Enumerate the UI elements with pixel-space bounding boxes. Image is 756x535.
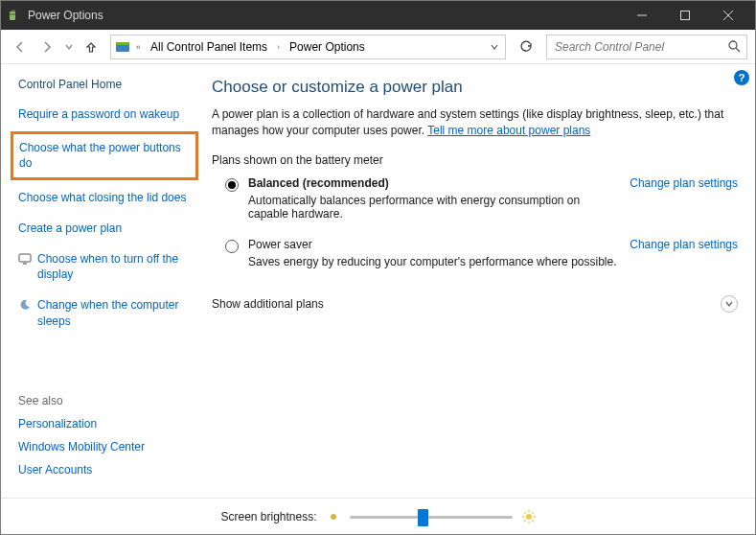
sidebar: Control Panel Home Require a password on… — [1, 64, 202, 498]
sidebar-link-create-plan[interactable]: Create a power plan — [18, 221, 193, 236]
plan-power-saver: Power saver Saves energy by reducing you… — [225, 238, 738, 282]
intro-text: A power plan is a collection of hardware… — [212, 106, 738, 140]
plan-power-saver-change-link[interactable]: Change plan settings — [630, 238, 738, 251]
see-also-heading: See also — [18, 394, 193, 407]
svg-point-15 — [526, 514, 532, 520]
see-also-personalization[interactable]: Personalization — [18, 417, 193, 430]
sidebar-link-closing-lid[interactable]: Choose what closing the lid does — [18, 190, 193, 205]
breadcrumb-dropdown[interactable] — [484, 35, 501, 58]
back-button[interactable] — [9, 35, 32, 58]
plan-balanced-name: Balanced (recommended) — [248, 176, 618, 190]
show-additional-plans-label: Show additional plans — [212, 297, 324, 311]
power-options-window: Power Options « All Contr — [0, 0, 756, 535]
title-bar: Power Options — [1, 1, 755, 30]
svg-rect-3 — [10, 13, 15, 15]
brightness-label: Screen brightness: — [220, 510, 316, 523]
plan-power-saver-radio[interactable] — [225, 240, 239, 253]
maximize-button[interactable] — [663, 1, 706, 30]
tell-me-more-link[interactable]: Tell me more about power plans — [427, 124, 590, 137]
see-also-mobility-center[interactable]: Windows Mobility Center — [18, 440, 193, 454]
forward-button[interactable] — [35, 35, 58, 58]
svg-line-21 — [532, 520, 534, 522]
svg-rect-0 — [10, 12, 15, 20]
sidebar-link-require-password[interactable]: Require a password on wakeup — [18, 106, 193, 122]
svg-rect-1 — [12, 10, 13, 12]
power-options-icon — [7, 8, 22, 23]
plan-power-saver-name: Power saver — [248, 238, 618, 251]
svg-point-10 — [729, 41, 737, 49]
sidebar-link-power-buttons[interactable]: Choose what the power buttons do — [19, 140, 190, 171]
display-icon — [18, 252, 32, 266]
breadcrumb-item-all-items[interactable]: All Control Panel Items — [147, 38, 271, 56]
svg-line-11 — [736, 48, 740, 52]
plan-balanced-change-link[interactable]: Change plan settings — [630, 176, 738, 190]
brightness-footer: Screen brightness: — [1, 498, 755, 534]
svg-line-20 — [524, 512, 526, 514]
window-title: Power Options — [28, 9, 103, 22]
sidebar-link-sleep[interactable]: Change when the computer sleeps — [18, 297, 193, 328]
help-button[interactable]: ? — [734, 70, 749, 85]
svg-line-23 — [524, 520, 526, 522]
search-box[interactable] — [546, 35, 747, 59]
navigation-bar: « All Control Panel Items › Power Option… — [1, 30, 755, 64]
brightness-slider-thumb[interactable] — [418, 509, 428, 526]
page-title: Choose or customize a power plan — [212, 78, 738, 97]
search-input[interactable] — [553, 39, 728, 55]
sun-dim-icon — [327, 510, 340, 523]
control-panel-icon — [115, 39, 130, 55]
content-area: Control Panel Home Require a password on… — [1, 64, 755, 498]
plan-balanced-radio[interactable] — [225, 178, 239, 192]
plan-power-saver-desc: Saves energy by reducing your computer's… — [248, 255, 618, 268]
svg-rect-9 — [116, 42, 129, 45]
close-button[interactable] — [706, 1, 749, 30]
sidebar-link-turn-off-display[interactable]: Choose when to turn off the display — [18, 251, 193, 282]
plan-balanced-desc: Automatically balances performance with … — [248, 194, 618, 221]
moon-icon — [18, 298, 32, 312]
up-button[interactable] — [80, 35, 103, 58]
svg-line-22 — [532, 512, 534, 514]
recent-locations-button[interactable] — [62, 35, 76, 58]
svg-rect-5 — [680, 12, 689, 20]
plan-balanced: Balanced (recommended) Automatically bal… — [225, 176, 738, 234]
sun-bright-icon — [522, 510, 536, 523]
chevron-down-icon[interactable] — [721, 295, 738, 313]
chevron-right-icon: › — [275, 42, 282, 52]
show-additional-plans-row[interactable]: Show additional plans — [212, 295, 738, 313]
see-also-user-accounts[interactable]: User Accounts — [18, 463, 193, 477]
main-panel: ? Choose or customize a power plan A pow… — [202, 64, 755, 498]
brightness-slider[interactable] — [350, 508, 513, 525]
highlighted-sidebar-item: Choose what the power buttons do — [11, 131, 198, 179]
breadcrumb[interactable]: « All Control Panel Items › Power Option… — [110, 35, 506, 59]
breadcrumb-item-power-options[interactable]: Power Options — [286, 38, 369, 56]
control-panel-home-link[interactable]: Control Panel Home — [18, 78, 193, 91]
svg-rect-12 — [19, 254, 31, 262]
refresh-button[interactable] — [514, 35, 538, 59]
plans-section-label: Plans shown on the battery meter — [212, 153, 738, 167]
chevron-left-icon: « — [134, 42, 143, 52]
minimize-button[interactable] — [620, 1, 663, 30]
svg-point-14 — [331, 514, 336, 520]
search-icon[interactable] — [728, 40, 741, 53]
svg-rect-2 — [14, 10, 15, 12]
